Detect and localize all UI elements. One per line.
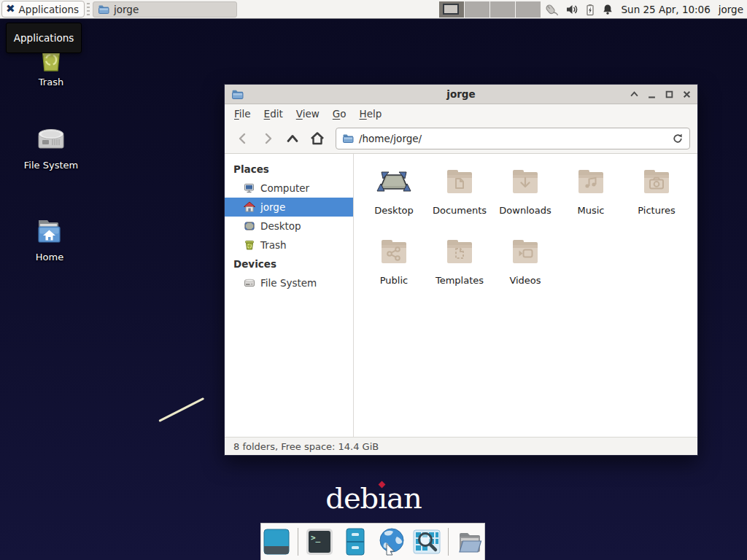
file-item-music[interactable]: Music bbox=[558, 164, 624, 234]
path-text[interactable]: /home/jorge/ bbox=[359, 133, 667, 144]
volume-icon[interactable] bbox=[565, 3, 578, 16]
file-manager-window: jorge File Edit View Go Help bbox=[224, 84, 698, 456]
trash-small-icon bbox=[244, 239, 255, 251]
menu-go[interactable]: Go bbox=[326, 106, 353, 122]
window-title: jorge bbox=[225, 88, 697, 100]
maximize-button[interactable] bbox=[665, 90, 673, 98]
minimize-button[interactable] bbox=[648, 90, 656, 98]
file-item-videos[interactable]: Videos bbox=[492, 234, 558, 304]
file-item-label: Videos bbox=[509, 275, 541, 286]
mouse-icon[interactable] bbox=[543, 2, 560, 17]
file-item-downloads[interactable]: Downloads bbox=[492, 164, 558, 234]
show-desktop-icon[interactable] bbox=[262, 527, 291, 556]
sidebar-item-jorge[interactable]: jorge bbox=[225, 198, 353, 217]
gray-folder-icon[interactable] bbox=[455, 527, 484, 556]
applications-menu-label: Applications bbox=[19, 4, 79, 15]
workspace-1[interactable] bbox=[439, 1, 464, 18]
app-finder-icon[interactable] bbox=[412, 527, 441, 556]
pictures-folder-icon bbox=[639, 164, 674, 201]
drive-small-icon bbox=[244, 277, 255, 289]
menu-help[interactable]: Help bbox=[353, 106, 389, 122]
menu-edit[interactable]: Edit bbox=[258, 106, 290, 122]
close-button[interactable] bbox=[683, 90, 691, 98]
desktop-icon-home[interactable]: Home bbox=[15, 213, 85, 262]
system-tray bbox=[543, 2, 614, 17]
desktop-icon-label: Trash bbox=[16, 77, 86, 88]
menu-view[interactable]: View bbox=[290, 106, 326, 122]
sidebar-header-devices: Devices bbox=[225, 254, 353, 273]
file-item-templates[interactable]: Templates bbox=[427, 234, 492, 304]
file-item-label: Public bbox=[380, 275, 408, 286]
downloads-folder-icon bbox=[508, 164, 543, 201]
desktop-icon-label: File System bbox=[16, 160, 86, 171]
sidebar-item-filesystem[interactable]: File System bbox=[225, 273, 353, 292]
applications-menu-button[interactable]: ✖ Applications bbox=[1, 1, 85, 18]
dock-separator bbox=[448, 528, 449, 556]
sidebar-item-label: jorge bbox=[260, 201, 285, 213]
up-button[interactable] bbox=[282, 128, 303, 149]
file-item-label: Pictures bbox=[638, 205, 675, 216]
panel-clock[interactable]: Sun 25 Apr, 10:06 bbox=[622, 4, 711, 15]
web-browser-icon[interactable] bbox=[376, 527, 406, 556]
file-grid: Desktop Documents bbox=[354, 154, 697, 437]
back-button[interactable] bbox=[232, 128, 254, 149]
file-item-label: Templates bbox=[436, 275, 484, 286]
file-item-label: Desktop bbox=[374, 205, 414, 216]
debian-wordmark: debıan bbox=[314, 481, 433, 515]
desktop-icon-label: Home bbox=[15, 252, 85, 262]
panel-username[interactable]: jorge bbox=[719, 4, 743, 15]
sidebar: Places Computer bbox=[225, 154, 354, 437]
path-folder-icon bbox=[342, 133, 354, 144]
sidebar-item-label: Trash bbox=[260, 239, 287, 251]
menubar: File Edit View Go Help bbox=[225, 104, 697, 123]
panel-handle[interactable] bbox=[86, 3, 90, 16]
file-cabinet-icon[interactable] bbox=[341, 527, 370, 556]
documents-folder-icon bbox=[442, 164, 477, 201]
workspace-3[interactable] bbox=[490, 1, 515, 18]
workspace-window-thumb bbox=[443, 4, 459, 15]
sidebar-item-desktop[interactable]: Desktop bbox=[225, 217, 353, 236]
file-item-label: Music bbox=[578, 205, 605, 216]
xfce-applications-icon: ✖ bbox=[6, 4, 15, 15]
sidebar-header-places: Places bbox=[225, 160, 353, 179]
wallpaper-line bbox=[158, 397, 204, 422]
shade-button[interactable] bbox=[630, 90, 638, 98]
desktop-small-icon bbox=[244, 220, 255, 232]
desktop-folder-icon bbox=[376, 164, 411, 201]
battery-charging-icon[interactable] bbox=[584, 4, 596, 16]
templates-folder-icon bbox=[442, 234, 477, 271]
desktop-icon-filesystem[interactable]: File System bbox=[16, 121, 86, 171]
applications-tooltip-text: Applications bbox=[14, 32, 74, 44]
sidebar-item-computer[interactable]: Computer bbox=[225, 179, 353, 198]
computer-icon bbox=[244, 182, 255, 194]
file-item-pictures[interactable]: Pictures bbox=[624, 164, 689, 234]
location-bar[interactable]: /home/jorge/ bbox=[336, 128, 690, 149]
top-panel: ✖ Applications jorge bbox=[0, 0, 747, 19]
sidebar-item-label: Computer bbox=[260, 182, 309, 194]
home-button[interactable] bbox=[306, 128, 328, 149]
toolbar: /home/jorge/ bbox=[225, 123, 697, 154]
file-item-documents[interactable]: Documents bbox=[427, 164, 492, 234]
taskbar-window-label: jorge bbox=[114, 4, 139, 15]
statusbar: 8 folders, Free space: 14.4 GiB bbox=[225, 437, 697, 455]
menu-file[interactable]: File bbox=[228, 106, 258, 122]
workspace-switcher[interactable] bbox=[439, 1, 541, 18]
workspace-2[interactable] bbox=[465, 1, 489, 18]
notification-bell-icon[interactable] bbox=[602, 4, 614, 15]
statusbar-text: 8 folders, Free space: 14.4 GiB bbox=[233, 441, 379, 452]
dock-panel: >_ bbox=[260, 523, 485, 560]
taskbar-window-button[interactable]: jorge bbox=[93, 1, 237, 18]
terminal-icon[interactable]: >_ bbox=[305, 527, 334, 556]
file-item-public[interactable]: Public bbox=[361, 234, 427, 304]
public-folder-icon bbox=[376, 234, 411, 271]
window-folder-icon bbox=[231, 88, 244, 101]
sidebar-item-label: Desktop bbox=[260, 220, 301, 232]
file-item-label: Downloads bbox=[499, 205, 551, 216]
file-item-desktop[interactable]: Desktop bbox=[361, 164, 427, 234]
workspace-4[interactable] bbox=[516, 1, 541, 18]
forward-button[interactable] bbox=[257, 128, 279, 149]
window-titlebar[interactable]: jorge bbox=[225, 85, 697, 104]
file-item-label: Documents bbox=[433, 205, 487, 216]
sidebar-item-trash[interactable]: Trash bbox=[225, 236, 353, 254]
reload-icon[interactable] bbox=[672, 133, 684, 144]
